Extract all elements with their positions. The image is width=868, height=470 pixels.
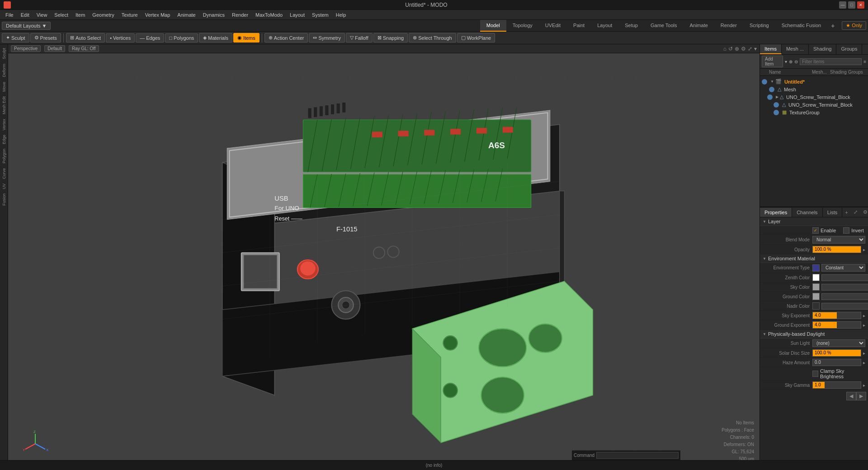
minimize-button[interactable]: — xyxy=(839,1,846,9)
layout-tab-setup[interactable]: Setup xyxy=(618,20,644,32)
sky-gamma-end-icon[interactable]: ▸ xyxy=(863,383,865,388)
zoom-icon[interactable]: ⊕ xyxy=(735,46,739,52)
opacity-slider-end-icon[interactable]: ▸ xyxy=(863,247,865,252)
menu-item-item[interactable]: Item xyxy=(72,10,89,20)
tree-item-scene[interactable]: ▼ 🎬 Untitled* xyxy=(760,78,868,85)
tab-lists[interactable]: Lists xyxy=(823,208,843,217)
vertices-btn[interactable]: •Vertices xyxy=(106,33,135,42)
workplane-btn[interactable]: ▢WorkPlane xyxy=(457,33,495,42)
nadir-color-swatch[interactable] xyxy=(812,302,820,310)
snapping-btn[interactable]: ⊠Snapping xyxy=(373,33,408,42)
palette-item-edge[interactable]: Edge xyxy=(2,133,6,146)
menu-item-geometry[interactable]: Geometry xyxy=(89,10,118,20)
viewport[interactable]: Perspective Default Ray GL: Off ⌂ ↺ ⊕ ⚙ … xyxy=(8,44,760,470)
menu-item-file[interactable]: File xyxy=(2,10,17,20)
materials-btn[interactable]: ◈Materials xyxy=(199,33,232,42)
tab-properties[interactable]: Properties xyxy=(760,208,792,217)
blend-mode-select[interactable]: Normal xyxy=(812,236,865,244)
viewport-canvas[interactable]: USB For UNO Reset —— F-1015 A6S xyxy=(8,53,760,466)
props-add-btn[interactable]: + xyxy=(842,208,850,217)
visibility-dot-uno1[interactable] xyxy=(767,94,773,100)
select-through-btn[interactable]: ⊗Select Through xyxy=(409,33,456,42)
clamp-checkbox[interactable] xyxy=(812,371,818,377)
layout-tab-plus[interactable]: + xyxy=(827,21,838,31)
visibility-dot-uno2[interactable] xyxy=(774,102,779,108)
menu-item-texture[interactable]: Texture xyxy=(118,10,142,20)
raygl-button[interactable]: Ray GL: Off xyxy=(69,45,99,52)
menu-item-maxtomodo[interactable]: MaxToModo xyxy=(252,10,286,20)
menu-item-animate[interactable]: Animate xyxy=(174,10,199,20)
perspective-button[interactable]: Perspective xyxy=(11,45,41,52)
command-input[interactable] xyxy=(596,452,679,459)
palette-item-fusion[interactable]: Fusion xyxy=(2,192,6,207)
palette-item-polygon[interactable]: Polygon xyxy=(2,147,6,165)
palette-item-deform[interactable]: Deform xyxy=(2,62,6,79)
layout-tab-render[interactable]: Render xyxy=(714,20,743,32)
presets-btn[interactable]: ⚙Presets xyxy=(30,33,61,42)
menu-item-render[interactable]: Render xyxy=(228,10,252,20)
tab-items[interactable]: Items xyxy=(760,44,782,54)
layout-tab-uvedit[interactable]: UVEdit xyxy=(539,20,567,32)
filter-icon[interactable]: ≡ xyxy=(863,59,866,64)
opacity-slider[interactable]: 100.0 % xyxy=(812,246,861,253)
tab-mesh[interactable]: Mesh ... xyxy=(782,44,809,54)
sky-color-swatch[interactable] xyxy=(812,283,820,291)
menu-item-layout[interactable]: Layout xyxy=(286,10,308,20)
tab-groups[interactable]: Groups xyxy=(836,44,862,54)
refresh-icon[interactable]: ↺ xyxy=(728,46,733,52)
solar-disc-slider[interactable]: 100.0 % xyxy=(812,349,861,357)
items-icon-2[interactable]: ⊖ xyxy=(794,59,798,64)
default-button[interactable]: Default xyxy=(44,45,65,52)
sky-r-input[interactable]: 0.62 xyxy=(821,284,868,291)
tree-expand-uno1[interactable]: ▶ xyxy=(776,95,778,99)
expand-icon[interactable]: ⤢ xyxy=(748,46,752,52)
palette-item-move[interactable]: Move xyxy=(2,80,6,94)
props-settings-icon[interactable]: ⚙ xyxy=(860,207,868,217)
env-material-section[interactable]: Environment Material xyxy=(760,254,868,263)
ground-exponent-slider[interactable]: 4.0 xyxy=(812,321,861,329)
menu-item-edit[interactable]: Edit xyxy=(17,10,33,20)
tree-item-uno1[interactable]: ▶ △ UNO_Screw_Terminal_Block xyxy=(760,93,868,101)
sculpt-btn[interactable]: ✦Sculpt xyxy=(2,33,29,42)
settings-icon[interactable]: ⚙ xyxy=(741,46,746,52)
tree-collapse-arrow[interactable]: ▼ xyxy=(770,80,774,84)
menu-item-vertex-map[interactable]: Vertex Map xyxy=(142,10,174,20)
symmetry-btn[interactable]: ⇔Symmetry xyxy=(309,33,345,42)
sky-exp-end-icon[interactable]: ▸ xyxy=(863,313,865,318)
tab-channels[interactable]: Channels xyxy=(792,208,822,217)
visibility-dot-mesh[interactable] xyxy=(769,87,774,92)
haze-end-icon[interactable]: ▸ xyxy=(863,360,865,365)
polygons-btn[interactable]: □Polygons xyxy=(165,33,198,42)
ground-color-swatch[interactable] xyxy=(812,293,820,300)
maximize-button[interactable]: □ xyxy=(848,1,855,9)
menu-item-help[interactable]: Help xyxy=(332,10,350,20)
layout-tab-scripting[interactable]: Scripting xyxy=(743,20,775,32)
palette-item-mesh-edit[interactable]: Mesh Edit xyxy=(2,94,6,116)
sky-exponent-slider[interactable]: 4.0 xyxy=(812,312,861,319)
ground-exp-end-icon[interactable]: ▸ xyxy=(863,323,865,328)
tab-shading[interactable]: Shading xyxy=(809,44,836,54)
layout-tab-topology[interactable]: Topology xyxy=(506,20,539,32)
zenith-r-input[interactable]: 1.0 xyxy=(821,274,868,281)
zenith-color-swatch[interactable] xyxy=(812,274,820,281)
layout-tab-game-tools[interactable]: Game Tools xyxy=(644,20,684,32)
close-button[interactable]: ✕ xyxy=(857,1,864,9)
layout-tab-model[interactable]: Model xyxy=(480,20,506,32)
tree-item-texgroup[interactable]: ▦ TextureGroup xyxy=(760,108,868,116)
props-expand-icon[interactable]: ⤢ xyxy=(851,207,860,217)
menu-item-select[interactable]: Select xyxy=(51,10,72,20)
items-dropdown-icon[interactable]: ▾ xyxy=(785,59,787,64)
solar-disc-end-icon[interactable]: ▸ xyxy=(863,351,865,356)
tree-item-uno2[interactable]: △ UNO_Screw_Terminal_Block xyxy=(760,101,868,108)
ground-r-input[interactable]: 0.62 xyxy=(821,293,868,300)
menu-item-view[interactable]: View xyxy=(33,10,51,20)
add-item-button[interactable]: Add Item xyxy=(762,56,783,67)
palette-item-sculpt[interactable]: Sculpt xyxy=(2,46,6,61)
auto-select-btn[interactable]: ⊞Auto Select xyxy=(66,33,105,42)
only-button[interactable]: ★ Only xyxy=(842,21,866,30)
invert-checkbox[interactable] xyxy=(843,227,849,234)
haze-slider[interactable]: 0.0 xyxy=(812,359,861,366)
sun-light-select[interactable]: (none) xyxy=(812,339,865,347)
layer-section[interactable]: Layer xyxy=(760,217,868,226)
props-nav-forward-icon[interactable]: ▶ xyxy=(856,392,866,400)
